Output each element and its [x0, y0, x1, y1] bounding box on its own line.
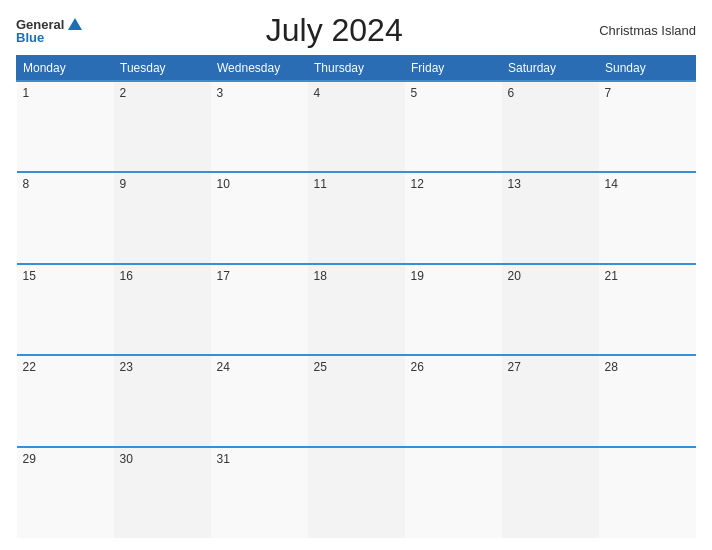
calendar-day-cell: 26 [405, 355, 502, 446]
calendar-day-cell [502, 447, 599, 538]
calendar-header: General Blue July 2024 Christmas Island [16, 12, 696, 49]
day-number: 8 [23, 177, 30, 191]
calendar-day-cell [599, 447, 696, 538]
day-number: 23 [120, 360, 133, 374]
day-number: 24 [217, 360, 230, 374]
calendar-day-cell [405, 447, 502, 538]
calendar-day-cell: 6 [502, 81, 599, 172]
calendar-day-cell: 19 [405, 264, 502, 355]
calendar-day-cell: 16 [114, 264, 211, 355]
calendar-day-cell: 31 [211, 447, 308, 538]
day-number: 26 [411, 360, 424, 374]
calendar-day-cell: 21 [599, 264, 696, 355]
calendar-day-cell: 10 [211, 172, 308, 263]
calendar-day-cell: 14 [599, 172, 696, 263]
calendar-day-cell: 25 [308, 355, 405, 446]
day-number: 11 [314, 177, 327, 191]
weekday-sunday: Sunday [599, 56, 696, 82]
day-number: 25 [314, 360, 327, 374]
calendar-day-cell: 15 [17, 264, 114, 355]
day-number: 4 [314, 86, 321, 100]
calendar-day-cell: 20 [502, 264, 599, 355]
day-number: 27 [508, 360, 521, 374]
day-number: 14 [605, 177, 618, 191]
calendar-day-cell: 1 [17, 81, 114, 172]
calendar-day-cell: 27 [502, 355, 599, 446]
day-number: 21 [605, 269, 618, 283]
day-number: 2 [120, 86, 127, 100]
calendar-day-cell: 30 [114, 447, 211, 538]
calendar-day-cell: 4 [308, 81, 405, 172]
calendar-page: General Blue July 2024 Christmas Island … [0, 0, 712, 550]
calendar-day-cell: 28 [599, 355, 696, 446]
region-label: Christmas Island [586, 23, 696, 38]
calendar-day-cell: 7 [599, 81, 696, 172]
weekday-thursday: Thursday [308, 56, 405, 82]
day-number: 10 [217, 177, 230, 191]
day-number: 17 [217, 269, 230, 283]
logo: General Blue [16, 18, 82, 44]
calendar-body: 1234567891011121314151617181920212223242… [17, 81, 696, 538]
calendar-day-cell [308, 447, 405, 538]
calendar-day-cell: 13 [502, 172, 599, 263]
calendar-day-cell: 23 [114, 355, 211, 446]
day-number: 5 [411, 86, 418, 100]
day-number: 7 [605, 86, 612, 100]
weekday-wednesday: Wednesday [211, 56, 308, 82]
weekday-tuesday: Tuesday [114, 56, 211, 82]
calendar-day-cell: 29 [17, 447, 114, 538]
calendar-day-cell: 2 [114, 81, 211, 172]
day-number: 19 [411, 269, 424, 283]
calendar-day-cell: 11 [308, 172, 405, 263]
day-number: 15 [23, 269, 36, 283]
day-number: 6 [508, 86, 515, 100]
day-number: 29 [23, 452, 36, 466]
day-number: 12 [411, 177, 424, 191]
calendar-day-cell: 8 [17, 172, 114, 263]
day-number: 3 [217, 86, 224, 100]
calendar-title: July 2024 [82, 12, 586, 49]
day-number: 9 [120, 177, 127, 191]
logo-general-text: General [16, 18, 64, 31]
day-number: 31 [217, 452, 230, 466]
day-number: 18 [314, 269, 327, 283]
calendar-week-row: 22232425262728 [17, 355, 696, 446]
day-number: 13 [508, 177, 521, 191]
weekday-saturday: Saturday [502, 56, 599, 82]
calendar-week-row: 15161718192021 [17, 264, 696, 355]
calendar-week-row: 891011121314 [17, 172, 696, 263]
day-number: 1 [23, 86, 30, 100]
calendar-week-row: 1234567 [17, 81, 696, 172]
calendar-day-cell: 12 [405, 172, 502, 263]
logo-blue-text: Blue [16, 31, 82, 44]
day-number: 30 [120, 452, 133, 466]
day-number: 20 [508, 269, 521, 283]
calendar-week-row: 293031 [17, 447, 696, 538]
day-number: 22 [23, 360, 36, 374]
calendar-day-cell: 9 [114, 172, 211, 263]
day-number: 16 [120, 269, 133, 283]
weekday-monday: Monday [17, 56, 114, 82]
calendar-day-cell: 3 [211, 81, 308, 172]
calendar-header-row: Monday Tuesday Wednesday Thursday Friday… [17, 56, 696, 82]
calendar-day-cell: 18 [308, 264, 405, 355]
weekday-friday: Friday [405, 56, 502, 82]
calendar-table: Monday Tuesday Wednesday Thursday Friday… [16, 55, 696, 538]
day-number: 28 [605, 360, 618, 374]
calendar-day-cell: 17 [211, 264, 308, 355]
logo-triangle-icon [68, 18, 82, 30]
calendar-day-cell: 22 [17, 355, 114, 446]
calendar-day-cell: 5 [405, 81, 502, 172]
calendar-day-cell: 24 [211, 355, 308, 446]
